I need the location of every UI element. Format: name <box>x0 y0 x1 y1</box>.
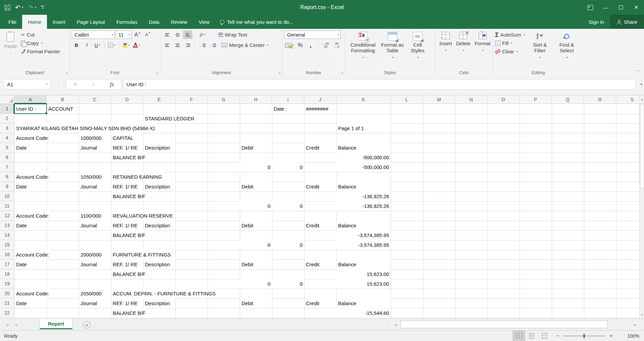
scroll-left-icon[interactable]: ◂ <box>392 320 400 329</box>
find-select-button[interactable]: Find & Select▾ <box>555 31 579 62</box>
cell-H21[interactable]: Debit <box>240 298 272 308</box>
row-header-21[interactable]: 21 <box>0 298 14 308</box>
cell-B1[interactable]: ACCOUNT <box>47 104 79 114</box>
tab-page-layout[interactable]: Page Layout <box>71 15 111 29</box>
align-left-button[interactable] <box>162 41 172 49</box>
row-header-17[interactable]: 17 <box>0 260 14 269</box>
bottom-align-button[interactable] <box>183 31 193 39</box>
page-break-view-button[interactable] <box>538 331 551 341</box>
row-header-18[interactable]: 18 <box>0 269 14 279</box>
format-cells-button[interactable]: ↔ Format▾ <box>473 31 493 55</box>
column-header-E[interactable]: E <box>143 95 175 104</box>
row-header-12[interactable]: 12 <box>0 211 14 221</box>
page-layout-view-button[interactable] <box>525 331 538 341</box>
dropdown-arrow-icon[interactable]: ▾ <box>35 6 36 9</box>
cell-H9[interactable]: Debit <box>240 182 272 191</box>
column-header-P[interactable]: P <box>520 95 552 104</box>
restore-button[interactable] <box>613 0 629 15</box>
align-center-button[interactable] <box>173 41 182 49</box>
cell-H11[interactable]: 0 <box>240 201 272 211</box>
clipboard-dialog-launcher[interactable]: ↘ <box>65 71 68 75</box>
cell-H17[interactable]: Debit <box>240 260 272 269</box>
accounting-format-button[interactable]: ▾ <box>284 41 294 49</box>
share-button[interactable]: Share <box>610 15 644 29</box>
row-header-3[interactable]: 3 <box>0 123 14 133</box>
cell-A17[interactable]: Date <box>15 260 47 269</box>
cell-D18[interactable]: BALANCE B/F <box>111 269 147 279</box>
zoom-slider[interactable] <box>562 336 606 336</box>
cell-E9[interactable]: Description <box>144 182 175 191</box>
increase-decimal-button[interactable]: ←.00.00 <box>320 41 330 49</box>
column-header-K[interactable]: K <box>336 95 391 104</box>
underline-button[interactable]: U▾ <box>93 41 102 49</box>
cell-styles-button[interactable]: Cell Styles▾ <box>406 31 429 62</box>
column-header-J[interactable]: J <box>304 95 336 104</box>
row-header-22[interactable]: 22 <box>0 308 14 318</box>
cell-D20[interactable]: ACCUM. DEPRN. - FURNITURE & FITTINGS <box>111 289 217 298</box>
cell-D21[interactable]: REF. 1/ RE <box>111 298 143 308</box>
cell-J1[interactable]: ######## <box>305 104 336 114</box>
delete-cells-button[interactable]: ✕ Delete▾ <box>454 31 473 55</box>
cell-E13[interactable]: Description <box>144 221 175 230</box>
sheet-tab-report[interactable]: Report <box>40 319 72 329</box>
tab-file[interactable]: File <box>3 15 22 29</box>
cell-K3[interactable]: Page 1 of 1 <box>337 123 391 133</box>
row-header-13[interactable]: 13 <box>0 221 14 230</box>
column-header-F[interactable]: F <box>175 95 208 104</box>
align-right-button[interactable] <box>183 41 193 49</box>
number-format-combobox[interactable]: General▾ <box>284 31 341 39</box>
increase-indent-button[interactable]: → <box>208 41 217 49</box>
cell-E2[interactable]: STANDARD LEDGER <box>144 114 196 123</box>
cell-H7[interactable]: 0 <box>240 162 272 172</box>
scroll-down-icon[interactable]: ▾ <box>640 310 644 319</box>
cell-D16[interactable]: FURNITURE & FITTINGS <box>111 250 172 260</box>
cell-A8[interactable]: Account Code: <box>15 172 50 182</box>
row-header-19[interactable]: 19 <box>0 279 14 289</box>
autosum-button[interactable]: ΣAutoSum▾ <box>495 31 525 39</box>
font-name-combobox[interactable]: Calibri▾ <box>72 31 115 39</box>
orientation-button[interactable]: ab▾ <box>198 31 207 39</box>
cut-button[interactable]: ✂Cut <box>21 31 60 39</box>
decrease-font-size-button[interactable]: A▼ <box>143 31 153 39</box>
cell-C13[interactable]: Journal <box>79 221 111 230</box>
insert-cells-button[interactable]: ← Insert▾ <box>437 31 454 55</box>
merge-center-button[interactable]: ↔Merge & Center▾ <box>221 41 268 49</box>
dropdown-arrow-icon[interactable]: ▾ <box>22 6 23 9</box>
row-header-4[interactable]: 4 <box>0 133 14 143</box>
zoom-out-button[interactable]: − <box>556 333 559 339</box>
column-header-Q[interactable]: Q <box>552 95 584 104</box>
zoom-slider-thumb[interactable] <box>583 334 585 338</box>
cell-K21[interactable]: Balance <box>337 298 391 308</box>
cell-A21[interactable]: Date <box>15 298 47 308</box>
cell-K9[interactable]: Balance <box>337 182 391 191</box>
wrap-text-button[interactable]: Wrap Text <box>218 31 247 39</box>
font-size-combobox[interactable]: 11▾ <box>116 31 132 39</box>
cell-K10[interactable]: -136,925.26 <box>336 191 390 201</box>
row-header-5[interactable]: 5 <box>0 143 14 153</box>
tab-formulas[interactable]: Formulas <box>111 15 143 29</box>
formula-input[interactable]: User ID : <box>123 79 636 90</box>
cell-C21[interactable]: Journal <box>79 298 111 308</box>
cell-K5[interactable]: Balance <box>337 143 391 153</box>
column-header-D[interactable]: D <box>111 95 143 104</box>
tab-review[interactable]: Review <box>165 15 193 29</box>
vertical-scrollbar-thumb[interactable] <box>640 104 644 188</box>
column-header-M[interactable]: M <box>423 95 455 104</box>
cell-A4[interactable]: Account Code: <box>15 133 50 143</box>
cancel-button[interactable]: ✕ <box>73 81 77 88</box>
row-header-7[interactable]: 7 <box>0 162 14 172</box>
cell-A13[interactable]: Date <box>15 221 47 230</box>
cell-C4[interactable]: 1000/000 <box>79 133 111 143</box>
top-align-button[interactable] <box>162 31 172 39</box>
column-header-B[interactable]: B <box>47 95 79 104</box>
cell-K15[interactable]: -3,574,385.95 <box>336 240 390 250</box>
fill-color-button[interactable]: ▾ <box>121 41 131 49</box>
cell-E21[interactable]: Description <box>144 298 175 308</box>
cell-K13[interactable]: Balance <box>337 221 391 230</box>
cell-E17[interactable]: Description <box>144 260 175 269</box>
cell-K19[interactable]: 15,623.00 <box>336 279 390 289</box>
name-box-dropdown-icon[interactable]: ▾ <box>46 83 47 86</box>
cell-H15[interactable]: 0 <box>240 240 272 250</box>
comma-style-button[interactable]: , <box>306 41 315 49</box>
cell-C20[interactable]: 2050/000 <box>79 289 111 298</box>
